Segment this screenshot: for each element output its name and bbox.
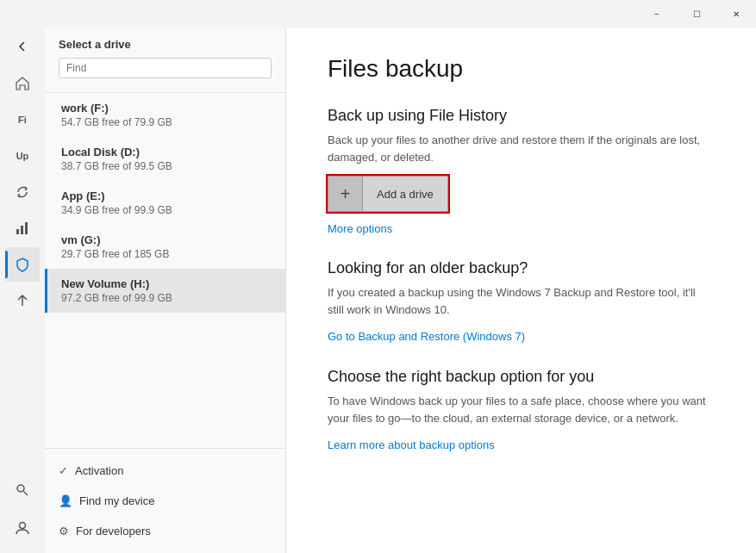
sidebar-item-updates[interactable]: Up <box>5 139 40 173</box>
app-body: Fi Up <box>0 28 756 553</box>
choose-backup-title: Choose the right backup option for you <box>328 368 715 386</box>
sidebar-item-find[interactable]: Fi <box>5 103 40 137</box>
nav-bottom-label: Find my device <box>79 494 154 507</box>
older-backup-section: Looking for an older backup? If you crea… <box>328 259 715 344</box>
nav-bottom-label: For developers <box>76 525 151 537</box>
maximize-button[interactable]: ☐ <box>677 0 716 28</box>
sync-icon <box>15 184 30 200</box>
drive-name: vm (G:) <box>61 233 272 246</box>
arrow-up-icon <box>15 293 30 308</box>
nav-panel-title: Select a drive <box>59 38 272 51</box>
sidebar-bottom <box>5 472 40 553</box>
svg-line-4 <box>24 492 28 496</box>
sidebar-item-account[interactable] <box>5 511 40 545</box>
nav-bottom-item-0[interactable]: ✓ Activation <box>45 456 285 486</box>
drive-item-0[interactable]: work (F:) 54.7 GB free of 79.9 GB <box>45 93 285 137</box>
find-label: Fi <box>18 115 27 125</box>
search-input[interactable] <box>66 62 264 74</box>
svg-point-5 <box>20 523 26 529</box>
older-backup-title: Looking for an older backup? <box>328 259 715 277</box>
titlebar: − ☐ ✕ <box>0 0 756 28</box>
older-backup-desc: If you created a backup using the Window… <box>328 284 715 318</box>
drive-space: 97.2 GB free of 99.9 GB <box>61 292 272 304</box>
drive-list: work (F:) 54.7 GB free of 79.9 GB Local … <box>45 93 285 448</box>
home-icon <box>15 76 30 91</box>
nav-panel-header: Select a drive <box>45 28 285 93</box>
drive-item-4[interactable]: New Volume (H:) 97.2 GB free of 99.9 GB <box>45 269 285 313</box>
drive-name: New Volume (H:) <box>61 277 272 290</box>
choose-backup-desc: To have Windows back up your files to a … <box>328 393 715 426</box>
file-history-desc: Back up your files to another drive and … <box>328 132 715 165</box>
close-button[interactable]: ✕ <box>716 0 756 28</box>
drive-name: work (F:) <box>61 102 272 115</box>
drive-space: 34.9 GB free of 99.9 GB <box>61 204 272 216</box>
nav-bottom-item-1[interactable]: 👤 Find my device <box>45 486 285 516</box>
drive-space: 38.7 GB free of 99.5 GB <box>61 160 272 172</box>
nav-bottom-label: Activation <box>75 464 123 477</box>
svg-point-3 <box>17 485 24 492</box>
search-icon <box>16 483 29 497</box>
back-icon <box>16 40 29 53</box>
svg-rect-2 <box>25 222 28 234</box>
nav-bottom-icon: 👤 <box>59 494 72 507</box>
choose-backup-section: Choose the right backup option for you T… <box>328 368 715 452</box>
backup-restore-link[interactable]: Go to Backup and Restore (Windows 7) <box>328 330 525 343</box>
svg-rect-1 <box>21 226 23 234</box>
more-options-link[interactable]: More options <box>328 222 715 235</box>
sidebar-item-search[interactable] <box>5 473 40 507</box>
page-title: Files backup <box>328 55 715 83</box>
nav-panel: Select a drive work (F:) 54.7 GB free of… <box>45 28 286 553</box>
drive-name: Local Disk (D:) <box>61 146 272 158</box>
search-box <box>59 58 272 78</box>
add-drive-button[interactable]: + Add a drive <box>328 176 448 212</box>
updates-label: Up <box>16 151 29 161</box>
nav-bottom-items: ✓ Activation 👤 Find my device ⚙ For deve… <box>45 448 285 553</box>
drive-item-3[interactable]: vm (G:) 29.7 GB free of 185 GB <box>45 225 285 269</box>
sidebar-item-sync[interactable] <box>5 175 40 209</box>
nav-bottom-icon: ✓ <box>59 464 68 477</box>
drive-item-1[interactable]: Local Disk (D:) 38.7 GB free of 99.5 GB <box>45 137 285 181</box>
sidebar-item-security[interactable] <box>5 247 40 282</box>
sidebar-item-arrow-up[interactable] <box>5 283 40 318</box>
sidebar-item-home[interactable] <box>5 66 40 101</box>
learn-more-link[interactable]: Learn more about backup options <box>328 438 495 451</box>
drive-space: 54.7 GB free of 79.9 GB <box>61 116 272 128</box>
main-content: Files backup Back up using File History … <box>286 28 756 553</box>
drive-name: App (E:) <box>61 190 272 202</box>
minimize-button[interactable]: − <box>637 0 677 28</box>
nav-bottom-item-2[interactable]: ⚙ For developers <box>45 516 285 546</box>
back-button[interactable] <box>5 31 40 62</box>
sidebar: Fi Up <box>0 28 45 553</box>
shield-icon <box>15 257 30 272</box>
file-history-title: Back up using File History <box>328 107 715 125</box>
drive-item-2[interactable]: App (E:) 34.9 GB free of 99.9 GB <box>45 181 285 225</box>
nav-bottom-icon: ⚙ <box>59 525 69 537</box>
user-icon <box>15 520 30 536</box>
analytics-icon <box>15 221 30 236</box>
file-history-section: Back up using File History Back up your … <box>328 107 715 235</box>
add-drive-icon: + <box>328 177 363 211</box>
drive-space: 29.7 GB free of 185 GB <box>61 248 272 260</box>
sidebar-item-analytics[interactable] <box>5 211 40 245</box>
add-drive-label: Add a drive <box>363 181 447 208</box>
svg-rect-0 <box>16 229 19 234</box>
